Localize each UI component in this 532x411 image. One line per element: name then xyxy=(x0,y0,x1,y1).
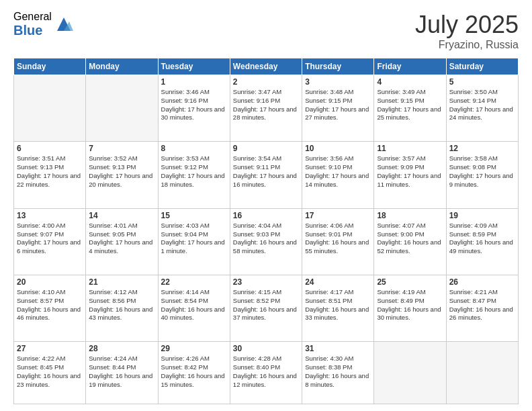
day-cell-15: 15Sunrise: 4:03 AMSunset: 9:04 PMDayligh… xyxy=(158,208,230,275)
day-info: Sunrise: 3:53 AMSunset: 9:12 PMDaylight:… xyxy=(161,154,227,189)
day-number: 3 xyxy=(305,77,371,87)
day-cell-5: 5Sunrise: 3:50 AMSunset: 9:14 PMDaylight… xyxy=(446,75,518,142)
day-info: Sunrise: 4:15 AMSunset: 8:52 PMDaylight:… xyxy=(233,288,299,322)
day-cell-10: 10Sunrise: 3:56 AMSunset: 9:10 PMDayligh… xyxy=(302,142,374,208)
day-cell-28: 28Sunrise: 4:24 AMSunset: 8:44 PMDayligh… xyxy=(86,342,158,404)
day-info: Sunrise: 4:24 AMSunset: 8:44 PMDaylight:… xyxy=(89,355,154,389)
weekday-saturday: Saturday xyxy=(446,58,518,75)
empty-cell xyxy=(14,75,86,142)
day-info: Sunrise: 3:51 AMSunset: 9:13 PMDaylight:… xyxy=(17,154,83,189)
day-cell-21: 21Sunrise: 4:12 AMSunset: 8:56 PMDayligh… xyxy=(86,275,158,342)
day-info: Sunrise: 4:10 AMSunset: 8:57 PMDaylight:… xyxy=(17,288,83,322)
week-row-2: 6Sunrise: 3:51 AMSunset: 9:13 PMDaylight… xyxy=(14,142,519,208)
day-info: Sunrise: 4:17 AMSunset: 8:51 PMDaylight:… xyxy=(305,288,371,322)
day-cell-16: 16Sunrise: 4:04 AMSunset: 9:03 PMDayligh… xyxy=(230,208,302,275)
day-info: Sunrise: 3:47 AMSunset: 9:16 PMDaylight:… xyxy=(233,88,299,122)
logo-blue: Blue xyxy=(13,23,52,38)
day-number: 27 xyxy=(17,344,83,353)
day-cell-3: 3Sunrise: 3:48 AMSunset: 9:15 PMDaylight… xyxy=(302,75,374,142)
day-cell-23: 23Sunrise: 4:15 AMSunset: 8:52 PMDayligh… xyxy=(230,275,302,342)
day-cell-9: 9Sunrise: 3:54 AMSunset: 9:11 PMDaylight… xyxy=(230,142,302,208)
day-cell-1: 1Sunrise: 3:46 AMSunset: 9:16 PMDaylight… xyxy=(158,75,230,142)
day-number: 25 xyxy=(377,277,443,287)
day-info: Sunrise: 4:14 AMSunset: 8:54 PMDaylight:… xyxy=(161,288,227,322)
empty-cell xyxy=(86,75,158,142)
day-cell-31: 31Sunrise: 4:30 AMSunset: 8:38 PMDayligh… xyxy=(302,342,374,404)
weekday-monday: Monday xyxy=(86,58,158,75)
week-row-5: 27Sunrise: 4:22 AMSunset: 8:45 PMDayligh… xyxy=(14,342,519,404)
day-number: 11 xyxy=(377,144,443,153)
day-number: 8 xyxy=(161,144,227,153)
logo: General Blue xyxy=(13,11,73,38)
weekday-wednesday: Wednesday xyxy=(230,58,302,75)
day-info: Sunrise: 3:49 AMSunset: 9:15 PMDaylight:… xyxy=(377,88,443,122)
day-number: 10 xyxy=(305,144,371,153)
day-cell-8: 8Sunrise: 3:53 AMSunset: 9:12 PMDaylight… xyxy=(158,142,230,208)
day-cell-22: 22Sunrise: 4:14 AMSunset: 8:54 PMDayligh… xyxy=(158,275,230,342)
day-number: 15 xyxy=(161,211,227,220)
day-number: 18 xyxy=(377,211,443,220)
day-number: 21 xyxy=(89,277,154,287)
week-row-4: 20Sunrise: 4:10 AMSunset: 8:57 PMDayligh… xyxy=(14,275,519,342)
day-number: 14 xyxy=(89,211,154,220)
day-cell-11: 11Sunrise: 3:57 AMSunset: 9:09 PMDayligh… xyxy=(374,142,446,208)
day-cell-24: 24Sunrise: 4:17 AMSunset: 8:51 PMDayligh… xyxy=(302,275,374,342)
day-number: 1 xyxy=(161,77,227,87)
day-info: Sunrise: 3:58 AMSunset: 9:08 PMDaylight:… xyxy=(449,154,515,189)
page: General Blue July 2025 Fryazino, Russia … xyxy=(0,0,532,411)
logo-general: General xyxy=(13,11,52,23)
day-number: 4 xyxy=(377,77,443,87)
day-info: Sunrise: 4:30 AMSunset: 8:38 PMDaylight:… xyxy=(305,355,371,389)
day-cell-19: 19Sunrise: 4:09 AMSunset: 8:59 PMDayligh… xyxy=(446,208,518,275)
day-number: 17 xyxy=(305,211,371,220)
day-info: Sunrise: 3:56 AMSunset: 9:10 PMDaylight:… xyxy=(305,154,371,189)
day-cell-6: 6Sunrise: 3:51 AMSunset: 9:13 PMDaylight… xyxy=(14,142,86,208)
day-number: 2 xyxy=(233,77,299,87)
weekday-thursday: Thursday xyxy=(302,58,374,75)
calendar: SundayMondayTuesdayWednesdayThursdayFrid… xyxy=(13,58,519,404)
day-number: 19 xyxy=(449,211,515,220)
day-info: Sunrise: 3:46 AMSunset: 9:16 PMDaylight:… xyxy=(161,88,227,122)
day-number: 9 xyxy=(233,144,299,153)
empty-cell xyxy=(446,342,518,404)
day-number: 20 xyxy=(17,277,83,287)
day-cell-27: 27Sunrise: 4:22 AMSunset: 8:45 PMDayligh… xyxy=(14,342,86,404)
day-cell-12: 12Sunrise: 3:58 AMSunset: 9:08 PMDayligh… xyxy=(446,142,518,208)
weekday-friday: Friday xyxy=(374,58,446,75)
day-number: 23 xyxy=(233,277,299,287)
day-info: Sunrise: 3:54 AMSunset: 9:11 PMDaylight:… xyxy=(233,154,299,189)
empty-cell xyxy=(374,342,446,404)
day-cell-20: 20Sunrise: 4:10 AMSunset: 8:57 PMDayligh… xyxy=(14,275,86,342)
header: General Blue July 2025 Fryazino, Russia xyxy=(13,11,519,51)
weekday-header-row: SundayMondayTuesdayWednesdayThursdayFrid… xyxy=(14,58,519,75)
day-number: 16 xyxy=(233,211,299,220)
day-info: Sunrise: 4:19 AMSunset: 8:49 PMDaylight:… xyxy=(377,288,443,322)
day-number: 28 xyxy=(89,344,154,353)
day-number: 29 xyxy=(161,344,227,353)
day-info: Sunrise: 4:22 AMSunset: 8:45 PMDaylight:… xyxy=(17,355,83,389)
logo-icon xyxy=(54,15,73,34)
day-info: Sunrise: 3:48 AMSunset: 9:15 PMDaylight:… xyxy=(305,88,371,122)
day-number: 7 xyxy=(89,144,154,153)
day-cell-26: 26Sunrise: 4:21 AMSunset: 8:47 PMDayligh… xyxy=(446,275,518,342)
day-info: Sunrise: 4:00 AMSunset: 9:07 PMDaylight:… xyxy=(17,222,83,256)
title-block: July 2025 Fryazino, Russia xyxy=(415,11,519,51)
day-number: 6 xyxy=(17,144,83,153)
day-info: Sunrise: 4:09 AMSunset: 8:59 PMDaylight:… xyxy=(449,222,515,256)
day-number: 31 xyxy=(305,344,371,353)
day-info: Sunrise: 4:03 AMSunset: 9:04 PMDaylight:… xyxy=(161,222,227,256)
day-cell-4: 4Sunrise: 3:49 AMSunset: 9:15 PMDaylight… xyxy=(374,75,446,142)
logo-text: General Blue xyxy=(13,11,52,38)
day-number: 30 xyxy=(233,344,299,353)
day-number: 12 xyxy=(449,144,515,153)
day-info: Sunrise: 3:52 AMSunset: 9:13 PMDaylight:… xyxy=(89,154,154,189)
day-cell-2: 2Sunrise: 3:47 AMSunset: 9:16 PMDaylight… xyxy=(230,75,302,142)
day-number: 24 xyxy=(305,277,371,287)
day-number: 26 xyxy=(449,277,515,287)
day-cell-29: 29Sunrise: 4:26 AMSunset: 8:42 PMDayligh… xyxy=(158,342,230,404)
day-info: Sunrise: 4:26 AMSunset: 8:42 PMDaylight:… xyxy=(161,355,227,389)
day-cell-17: 17Sunrise: 4:06 AMSunset: 9:01 PMDayligh… xyxy=(302,208,374,275)
location: Fryazino, Russia xyxy=(415,39,519,51)
day-cell-30: 30Sunrise: 4:28 AMSunset: 8:40 PMDayligh… xyxy=(230,342,302,404)
day-cell-7: 7Sunrise: 3:52 AMSunset: 9:13 PMDaylight… xyxy=(86,142,158,208)
